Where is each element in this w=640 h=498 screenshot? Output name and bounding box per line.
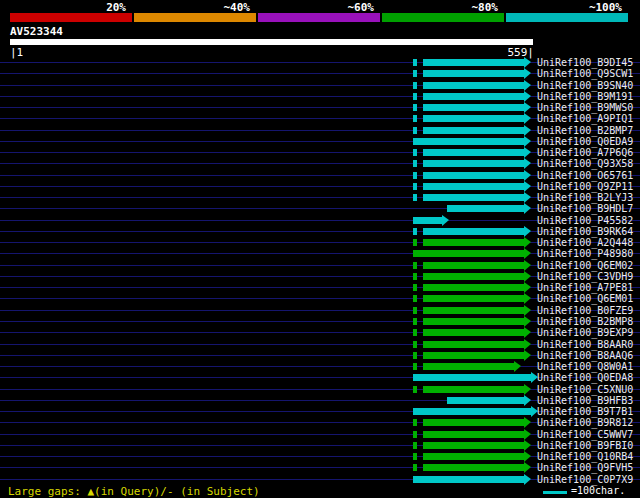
- alignment-label[interactable]: UniRef100_B9RK64: [537, 226, 633, 237]
- alignment-bar[interactable]: [447, 397, 524, 404]
- alignment-bar[interactable]: [423, 262, 524, 269]
- alignment-bar[interactable]: [423, 453, 524, 460]
- alignment-lead-segment[interactable]: [413, 104, 417, 111]
- alignment-bar[interactable]: [423, 239, 524, 246]
- alignment-label[interactable]: UniRef100_B0FZE9: [537, 305, 633, 316]
- alignment-label[interactable]: UniRef100_Q9SCW1: [537, 68, 633, 79]
- alignment-label[interactable]: UniRef100_C3VDH9: [537, 271, 633, 282]
- alignment-bar[interactable]: [423, 149, 524, 156]
- alignment-label[interactable]: UniRef100_P48980: [537, 248, 633, 259]
- alignment-lead-segment[interactable]: [413, 307, 417, 314]
- alignment-label[interactable]: UniRef100_B2BMP8: [537, 316, 633, 327]
- alignment-bar[interactable]: [423, 352, 524, 359]
- alignment-lead-segment[interactable]: [413, 183, 417, 190]
- alignment-label[interactable]: UniRef100_B9FBI0: [537, 440, 633, 451]
- alignment-label[interactable]: UniRef100_A7P6Q6: [537, 147, 633, 158]
- alignment-label[interactable]: UniRef100_B9HFB3: [537, 395, 633, 406]
- alignment-lead-segment[interactable]: [413, 228, 417, 235]
- alignment-lead-segment[interactable]: [413, 239, 417, 246]
- alignment-bar[interactable]: [423, 273, 524, 280]
- alignment-lead-segment[interactable]: [413, 386, 417, 393]
- alignment-label[interactable]: UniRef100_B9R812: [537, 417, 633, 428]
- alignment-lead-segment[interactable]: [413, 273, 417, 280]
- alignment-label[interactable]: UniRef100_C5WWV7: [537, 429, 633, 440]
- alignment-lead-segment[interactable]: [413, 262, 417, 269]
- alignment-lead-segment[interactable]: [413, 284, 417, 291]
- alignment-bar[interactable]: [423, 329, 524, 336]
- alignment-lead-segment[interactable]: [413, 82, 417, 89]
- alignment-lead-segment[interactable]: [413, 329, 417, 336]
- alignment-label[interactable]: UniRef100_B8AAQ6: [537, 350, 633, 361]
- alignment-bar[interactable]: [413, 250, 524, 257]
- alignment-bar[interactable]: [423, 172, 524, 179]
- alignment-lead-segment[interactable]: [413, 127, 417, 134]
- alignment-bar[interactable]: [423, 363, 513, 370]
- alignment-bar[interactable]: [423, 93, 524, 100]
- alignment-bar[interactable]: [423, 59, 524, 66]
- alignment-label[interactable]: UniRef100_A2Q448: [537, 237, 633, 248]
- alignment-bar[interactable]: [447, 205, 524, 212]
- alignment-bar[interactable]: [423, 228, 524, 235]
- alignment-bar[interactable]: [423, 82, 524, 89]
- alignment-label[interactable]: UniRef100_B9T7B1: [537, 406, 633, 417]
- alignment-lead-segment[interactable]: [413, 453, 417, 460]
- alignment-lead-segment[interactable]: [413, 295, 417, 302]
- alignment-label[interactable]: UniRef100_P45582: [537, 215, 633, 226]
- alignment-lead-segment[interactable]: [413, 442, 417, 449]
- alignment-bar[interactable]: [423, 318, 524, 325]
- alignment-bar[interactable]: [423, 160, 524, 167]
- alignment-bar[interactable]: [423, 419, 524, 426]
- alignment-label[interactable]: UniRef100_Q93X58: [537, 158, 633, 169]
- alignment-bar[interactable]: [423, 284, 524, 291]
- alignment-label[interactable]: UniRef100_A9PIQ1: [537, 113, 633, 124]
- alignment-lead-segment[interactable]: [413, 363, 417, 370]
- alignment-label[interactable]: UniRef100_B9SN40: [537, 80, 633, 91]
- alignment-label[interactable]: UniRef100_Q10RB4: [537, 451, 633, 462]
- alignment-label[interactable]: UniRef100_B9DI45: [537, 57, 633, 68]
- alignment-label[interactable]: UniRef100_B9MWS0: [537, 102, 633, 113]
- alignment-bar[interactable]: [413, 138, 524, 145]
- alignment-label[interactable]: UniRef100_Q6EM02: [537, 260, 633, 271]
- alignment-label[interactable]: UniRef100_C5XNU0: [537, 384, 633, 395]
- alignment-lead-segment[interactable]: [413, 160, 417, 167]
- alignment-bar[interactable]: [423, 464, 524, 471]
- alignment-label[interactable]: UniRef100_B9M191: [537, 91, 633, 102]
- alignment-lead-segment[interactable]: [413, 115, 417, 122]
- alignment-label[interactable]: UniRef100_A7PE81: [537, 282, 633, 293]
- alignment-lead-segment[interactable]: [413, 352, 417, 359]
- alignment-bar[interactable]: [423, 127, 524, 134]
- alignment-label[interactable]: UniRef100_Q9ZP11: [537, 181, 633, 192]
- alignment-bar[interactable]: [423, 307, 524, 314]
- alignment-lead-segment[interactable]: [413, 172, 417, 179]
- alignment-bar[interactable]: [423, 341, 524, 348]
- alignment-bar[interactable]: [423, 115, 524, 122]
- alignment-lead-segment[interactable]: [413, 194, 417, 201]
- alignment-lead-segment[interactable]: [413, 149, 417, 156]
- alignment-bar[interactable]: [423, 104, 524, 111]
- alignment-lead-segment[interactable]: [413, 93, 417, 100]
- alignment-label[interactable]: UniRef100_B9EXP9: [537, 327, 633, 338]
- alignment-bar[interactable]: [423, 194, 524, 201]
- alignment-label[interactable]: UniRef100_Q9FVH5: [537, 462, 633, 473]
- alignment-bar[interactable]: [413, 408, 531, 415]
- alignment-bar[interactable]: [423, 442, 524, 449]
- alignment-label[interactable]: UniRef100_Q0EDA9: [537, 136, 633, 147]
- alignment-lead-segment[interactable]: [413, 431, 417, 438]
- alignment-bar[interactable]: [423, 183, 524, 190]
- alignment-bar[interactable]: [423, 431, 524, 438]
- alignment-label[interactable]: UniRef100_B2LYJ3: [537, 192, 633, 203]
- alignment-label[interactable]: UniRef100_Q6EM01: [537, 293, 633, 304]
- alignment-label[interactable]: UniRef100_B2BMP7: [537, 125, 633, 136]
- alignment-label[interactable]: UniRef100_B9HDL7: [537, 203, 633, 214]
- alignment-bar[interactable]: [423, 386, 524, 393]
- alignment-label[interactable]: UniRef100_Q8W0A1: [537, 361, 633, 372]
- alignment-label[interactable]: UniRef100_C0P7X9: [537, 474, 633, 485]
- alignment-lead-segment[interactable]: [413, 341, 417, 348]
- alignment-lead-segment[interactable]: [413, 318, 417, 325]
- alignment-label[interactable]: UniRef100_O65761: [537, 170, 633, 181]
- alignment-bar[interactable]: [413, 374, 531, 381]
- alignment-label[interactable]: UniRef100_B8AAR0: [537, 339, 633, 350]
- alignment-label[interactable]: UniRef100_Q0EDA8: [537, 372, 633, 383]
- alignment-bar[interactable]: [413, 217, 442, 224]
- alignment-bar[interactable]: [413, 476, 524, 483]
